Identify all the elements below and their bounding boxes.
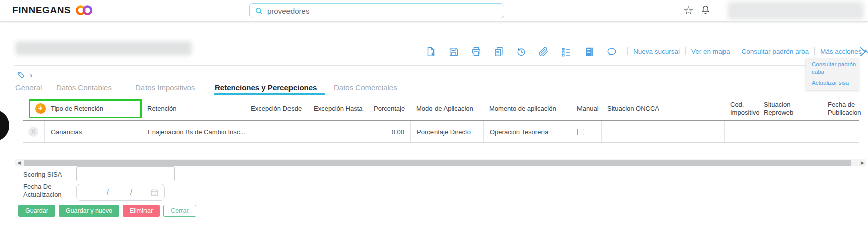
separator [814,47,815,55]
calendar-icon[interactable] [150,188,159,197]
row-cell-retencion[interactable]: Enajenación Bs de Cambio Insc... [141,121,245,142]
scrollbar-left-arrow[interactable]: ◀ [15,159,23,166]
delete-row-icon[interactable]: X [28,127,38,137]
col-header-modo-aplicacion: Modo de Aplicacion [416,105,473,113]
separator [627,47,628,55]
brand-wordmark: FINNEGANS [12,5,71,16]
scrollbar-thumb[interactable] [24,160,851,166]
record-toolbar [425,46,617,57]
row-cell-modo[interactable]: Porcentaje Directo [410,121,483,142]
search-input[interactable] [267,7,499,15]
tag-icon[interactable] [17,71,25,79]
row-cell-tipo[interactable]: Ganancias [44,121,141,142]
col-header-retencion: Retención [147,105,177,113]
scoring-sisa-input[interactable] [76,166,175,181]
row-cell-situacion-oncca[interactable] [601,121,724,142]
row-cell-fecha-publicacion[interactable] [822,121,859,142]
row-cell-situacion-reproweb[interactable] [758,121,822,142]
tab-retenciones-y-percepciones[interactable]: Retenciones y Percepciones [215,83,317,92]
active-tab-underline [214,93,325,95]
tab-datos-impositivos[interactable]: Datos Impositivos [135,83,195,92]
tab-datos-contables[interactable]: Datos Contables [56,83,112,92]
col-header-situacion-reproweb: SituacionReproweb [764,101,793,117]
date-separator: / [107,188,109,196]
copy-icon[interactable] [493,46,504,57]
form-buttons: Guardar Guardar y nuevo Eliminar Cerrar [18,205,196,217]
mas-acciones-label: Más acciones [820,48,862,55]
row-cell-excepcion-hasta[interactable] [308,121,368,142]
report-icon[interactable] [584,46,595,57]
attachment-icon[interactable] [538,46,549,57]
add-row-plus-button[interactable]: + [35,103,46,114]
app-window: FINNEGANS ☆ [0,0,868,243]
global-search [249,3,504,18]
save-button[interactable]: Guardar [18,205,55,217]
menu-item-actualizar-sisa[interactable]: Actualizar sisa [812,79,857,87]
action-ver-en-mapa[interactable]: Ver en mapa [691,48,730,55]
finnegans-logo[interactable]: FINNEGANS [12,4,95,16]
row-cell-porcentaje[interactable]: 0.00 [368,121,410,142]
scoring-sisa-label: Scoring SISA [23,171,62,179]
mas-acciones-dropdown: Consultar padrón caba Actualizar sisa [806,58,859,90]
col-header-fecha-publicacion: Fecha dePublicacion [828,101,861,117]
breadcrumb-chevron-icon: › [30,71,32,79]
new-document-icon[interactable] [425,46,437,57]
fecha-actualizacion-label: Fecha De Actualizacion [23,183,62,199]
col-header-excepcion-hasta: Excepción Hasta [314,105,363,113]
scrollbar-right-arrow[interactable]: ▶ [859,159,866,166]
col-header-porcentaje: Porcentaje [374,105,405,113]
annotation-cursor-dot [0,110,9,141]
brand-infinity-icon [75,4,95,16]
menu-item-consultar-padron-caba[interactable]: Consultar padrón caba [812,61,857,76]
save-and-new-button[interactable]: Guardar y nuevo [59,205,119,217]
row-cell-delete: X [23,121,44,142]
col-header-excepcion-desde: Excepción Desde [251,105,302,113]
user-account-blurred[interactable] [728,2,864,20]
save-icon[interactable] [448,46,459,57]
tab-datos-comerciales[interactable]: Datos Comerciales [334,83,397,92]
separator [685,47,686,55]
horizontal-scrollbar[interactable]: ◀ ▶ [15,159,866,166]
chevron-down-icon [865,49,868,53]
manual-checkbox[interactable] [577,129,584,135]
col-header-momento-aplicacion: Momento de aplicación [489,105,556,113]
date-separator: / [130,188,132,196]
checklist-icon[interactable] [561,46,572,57]
action-nueva-sucursal[interactable]: Nueva sucursal [633,48,680,55]
row-cell-momento[interactable]: Operación Tesorería [483,121,571,142]
col-header-tipo-retencion: Tipo de Retención [51,105,103,113]
breadcrumb: › [17,71,32,79]
col-header-cod-impositivo: Cod.Impositivo [730,101,760,117]
close-button[interactable]: Cerrar [163,205,196,217]
fecha-actualizacion-date-input[interactable]: / / [76,184,165,201]
col-header-situacion-oncca: Situacion ONCCA [607,105,659,113]
separator [736,47,736,55]
mas-acciones-menu[interactable]: Más acciones [820,48,868,55]
action-consultar-padron-arba[interactable]: Consultar padrón arba [742,48,809,55]
table-row: X Ganancias Enajenación Bs de Cambio Ins… [23,120,859,143]
tab-general[interactable]: General [15,83,42,92]
search-icon [255,7,263,15]
row-cell-excepcion-desde[interactable] [245,121,308,142]
col-header-manual: Manual [577,105,599,113]
record-action-links: Nueva sucursal Ver en mapa Consultar pad… [627,47,868,55]
history-icon[interactable] [516,46,527,57]
notifications-bell-icon[interactable] [700,4,711,18]
top-navigation-bar: FINNEGANS ☆ [0,0,868,21]
record-title-blurred [15,41,192,55]
header-divider [14,65,859,66]
favorite-star-icon[interactable]: ☆ [683,3,694,17]
row-cell-cod-impositivo[interactable] [724,121,758,142]
comments-icon[interactable] [606,46,617,57]
delete-button[interactable]: Eliminar [123,205,160,217]
tabs-baseline [14,95,859,95]
print-icon[interactable] [471,46,482,57]
row-cell-manual [571,121,601,142]
